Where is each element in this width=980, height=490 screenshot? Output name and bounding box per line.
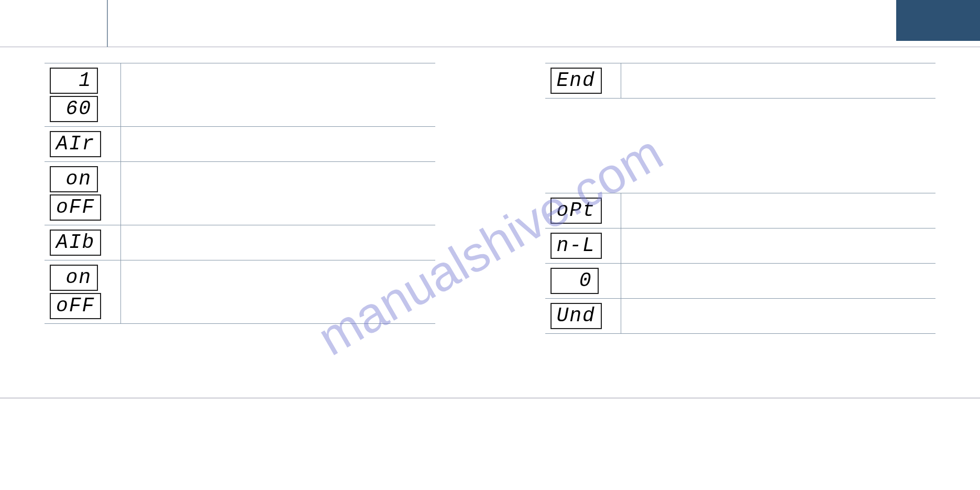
footer-rule <box>0 398 980 398</box>
right-table-2: oPt n-L 0 <box>545 193 936 334</box>
display-cell: AIb <box>45 225 120 260</box>
seg-display: 0 <box>550 268 599 294</box>
table-row: Und <box>545 299 936 334</box>
desc-cell <box>621 63 936 99</box>
display-cell: 0 <box>545 264 621 299</box>
desc-cell <box>120 162 435 225</box>
seg-display: End <box>550 68 602 94</box>
seg-display: oPt <box>550 198 602 224</box>
seg-display: 1 <box>50 68 98 94</box>
desc-cell <box>120 260 435 324</box>
table-row: 0 <box>545 264 936 299</box>
seg-display: AIb <box>50 230 101 256</box>
left-table: 1 60 AIr on oFF <box>45 63 435 324</box>
seg-display: n-L <box>550 233 602 259</box>
table-row: AIr <box>45 127 435 162</box>
desc-cell <box>120 63 435 127</box>
seg-display: oFF <box>50 293 101 319</box>
display-cell: AIr <box>45 127 120 162</box>
seg-display: on <box>50 166 98 192</box>
content-area: 1 60 AIr on oFF <box>45 63 935 334</box>
table-row: on oFF <box>45 260 435 324</box>
table-row: on oFF <box>45 162 435 225</box>
desc-cell <box>120 225 435 260</box>
left-column: 1 60 AIr on oFF <box>45 63 435 334</box>
display-cell: 1 60 <box>45 63 120 127</box>
page-header <box>0 0 980 47</box>
seg-display: Und <box>550 303 602 329</box>
seg-display: on <box>50 265 98 291</box>
display-cell: n-L <box>545 228 621 264</box>
header-divider <box>107 0 108 47</box>
display-cell: End <box>545 63 621 99</box>
right-column: End oPt n-L <box>545 63 936 334</box>
desc-cell <box>621 264 936 299</box>
table-row: 1 60 <box>45 63 435 127</box>
desc-cell <box>120 127 435 162</box>
right-table-1: End <box>545 63 936 99</box>
spacer <box>545 99 936 193</box>
seg-display: oFF <box>50 194 101 221</box>
display-cell: on oFF <box>45 260 120 324</box>
table-row: AIb <box>45 225 435 260</box>
table-row: End <box>545 63 936 99</box>
desc-cell <box>621 228 936 264</box>
seg-display: AIr <box>50 131 101 157</box>
display-cell: on oFF <box>45 162 120 225</box>
desc-cell <box>621 193 936 228</box>
desc-cell <box>621 299 936 334</box>
display-cell: oPt <box>545 193 621 228</box>
display-cell: Und <box>545 299 621 334</box>
seg-display: 60 <box>50 96 98 122</box>
header-badge <box>896 0 980 41</box>
table-row: n-L <box>545 228 936 264</box>
table-row: oPt <box>545 193 936 228</box>
